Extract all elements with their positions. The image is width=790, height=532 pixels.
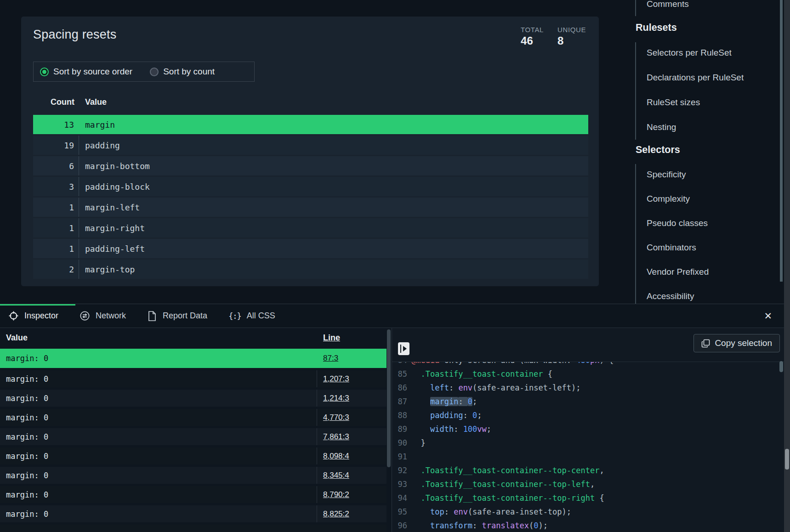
code-text: } — [411, 436, 426, 450]
code-token: ; — [477, 411, 482, 420]
column-divider — [317, 505, 317, 522]
panel-toggle-icon[interactable] — [398, 342, 409, 355]
code-token: only screen and (max-width: — [439, 362, 576, 365]
code-token: .Toastify__toast-container — [411, 369, 543, 379]
sidebar-item-vendor-prefixed[interactable]: Vendor Prefixed — [616, 260, 780, 284]
inspector-row-line-link[interactable]: 87:3 — [323, 354, 338, 363]
page-scrollbar[interactable] — [784, 0, 790, 532]
sidebar-group: SpecificityComplexityPseudo classesCombi… — [616, 162, 780, 304]
code-line: 93 .Toastify__toast-container--top-left, — [392, 477, 778, 491]
tab-all-css[interactable]: {:} All CSS — [228, 311, 275, 321]
inspector-row[interactable]: margin: 08,825:2 — [0, 505, 386, 522]
inspector-row[interactable]: margin: 087:3 — [0, 349, 386, 368]
inspector-row-line-link[interactable]: 7,861:3 — [323, 432, 349, 441]
tab-report-data[interactable]: Report Data — [147, 311, 207, 322]
code-token: ); — [538, 521, 547, 530]
code-token: ; — [472, 397, 477, 406]
inspector-row[interactable]: margin: 01,207:3 — [0, 370, 386, 387]
radio-sort-count-label[interactable]: Sort by count — [163, 67, 215, 77]
column-divider — [317, 409, 317, 426]
radio-sort-count[interactable] — [150, 68, 159, 76]
inspector-row-line-link[interactable]: 4,770:3 — [323, 413, 349, 422]
inspector-line-header[interactable]: Line — [323, 333, 340, 343]
radio-sort-source-order-label[interactable]: Sort by source order — [53, 67, 132, 77]
sidebar-item-accessibility[interactable]: Accessibility — [616, 284, 780, 304]
inspector-row-value: margin: 0 — [0, 490, 48, 499]
sidebar-item-nesting[interactable]: Nesting — [616, 115, 780, 140]
sidebar-item-ruleset-sizes[interactable]: RuleSet sizes — [616, 90, 780, 115]
table-row[interactable]: 1padding-left — [33, 239, 588, 258]
stat-total: TOTAL 46 — [521, 26, 544, 47]
sidebar-item-pseudo-classes[interactable]: Pseudo classes — [616, 211, 780, 235]
inspector-scrollbar-thumb[interactable] — [387, 329, 391, 467]
sidebar-item-combinators[interactable]: Combinators — [616, 235, 780, 260]
column-divider — [317, 390, 317, 407]
sidebar-item-declarations-per-ruleset[interactable]: Declarations per RuleSet — [616, 65, 780, 90]
inspector-row-line-link[interactable]: 8,790:2 — [323, 490, 349, 499]
copy-icon — [701, 339, 710, 348]
table-row[interactable]: 13margin — [33, 115, 588, 134]
code-token: transform — [430, 521, 472, 530]
tab-inspector-label: Inspector — [24, 311, 58, 321]
inspector-row-line-link[interactable]: 8,345:4 — [323, 471, 349, 480]
inspector-table-header: Value Line — [0, 328, 392, 349]
code-token: width — [430, 424, 454, 434]
inspector-row-line-link[interactable]: 1,214:3 — [323, 394, 349, 403]
sort-options-group: Sort by source order Sort by count — [33, 62, 255, 82]
sidebar-item-comments[interactable]: Comments — [616, 0, 780, 16]
tab-report-data-label: Report Data — [163, 311, 207, 321]
tab-inspector[interactable]: Inspector — [8, 311, 58, 321]
code-token: ) { — [599, 362, 614, 365]
document-icon — [147, 311, 157, 322]
copy-selection-button[interactable]: Copy selection — [693, 334, 780, 352]
close-icon[interactable]: ✕ — [764, 310, 772, 323]
inspector-row-line-link[interactable]: 8,825:2 — [323, 509, 349, 519]
code-pane: Copy selection 84@media only screen and … — [392, 328, 784, 532]
code-token — [411, 383, 430, 392]
inspector-row[interactable]: margin: 01,214:3 — [0, 390, 386, 407]
code-token: env — [454, 507, 468, 516]
inspector-row[interactable]: margin: 04,770:3 — [0, 409, 386, 426]
radio-sort-source-order[interactable] — [40, 68, 49, 76]
inspector-row[interactable]: margin: 08,098:4 — [0, 447, 386, 464]
code-token — [411, 397, 430, 406]
crosshair-icon — [8, 311, 19, 321]
code-token: 100 — [463, 424, 477, 434]
row-count: 3 — [33, 177, 79, 196]
group-indent-line — [635, 42, 636, 140]
code-token: vw — [477, 424, 486, 434]
code-token: px — [590, 362, 599, 365]
sidebar-item-complexity[interactable]: Complexity — [616, 187, 780, 211]
column-divider — [317, 370, 317, 387]
inspector-row-line-link[interactable]: 8,098:4 — [323, 452, 349, 461]
code-line: 85 .Toastify__toast-container { — [392, 367, 778, 381]
inspector-row[interactable] — [0, 525, 386, 532]
row-value: margin-bottom — [79, 156, 150, 175]
table-row[interactable]: 3padding-block — [33, 177, 588, 196]
code-token: translatex — [482, 521, 529, 530]
inspector-row[interactable]: margin: 08,790:2 — [0, 486, 386, 503]
sidebar-scrollbar-thumb[interactable] — [780, 0, 783, 282]
table-row[interactable]: 1margin-left — [33, 198, 588, 217]
code-line: 91 — [392, 450, 778, 464]
tab-network[interactable]: Network — [80, 311, 126, 321]
table-row[interactable]: 2margin-top — [33, 260, 588, 279]
code-token: : — [472, 521, 482, 530]
page-scrollbar-thumb[interactable] — [785, 449, 789, 470]
code-token: } — [411, 438, 426, 447]
code-token: : — [449, 383, 458, 392]
inspector-row[interactable]: margin: 08,345:4 — [0, 467, 386, 484]
code-scrollbar-thumb[interactable] — [779, 361, 783, 372]
inspector-row-line-link[interactable]: 1,207:3 — [323, 374, 349, 384]
code-token: : — [458, 397, 467, 406]
sidebar-item-specificity[interactable]: Specificity — [616, 162, 780, 187]
table-row[interactable]: 6margin-bottom — [33, 156, 588, 175]
inspector-row[interactable]: margin: 07,861:3 — [0, 428, 386, 445]
inspector-row-value: margin: 0 — [0, 354, 48, 363]
table-row[interactable]: 1margin-right — [33, 218, 588, 238]
code-pane-header: Copy selection — [392, 328, 784, 362]
stat-total-label: TOTAL — [521, 26, 544, 34]
code-lines: 84@media only screen and (max-width: 480… — [392, 362, 778, 532]
table-row[interactable]: 19padding — [33, 136, 588, 155]
sidebar-item-selectors-per-ruleset[interactable]: Selectors per RuleSet — [616, 40, 780, 65]
